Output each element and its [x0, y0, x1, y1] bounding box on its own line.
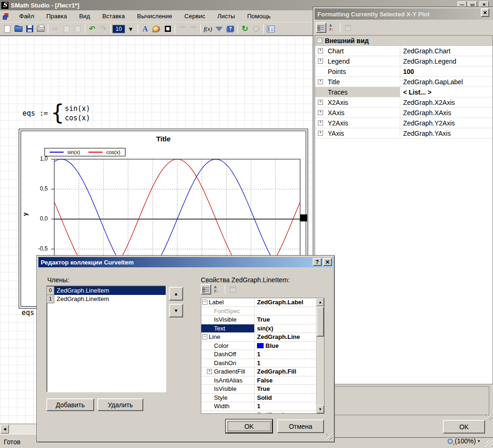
reference-book-button[interactable]: ? [225, 23, 236, 35]
alphabetical-sort-button[interactable] [327, 22, 338, 33]
property-value[interactable]: ZedGraph.X2Axis [400, 99, 493, 106]
grid-property-value[interactable]: 1 [255, 360, 316, 367]
paste-button[interactable] [72, 23, 83, 35]
grid-row-Width[interactable]: Width1 [201, 402, 316, 411]
property-row-Legend[interactable]: +LegendZedGraph.Legend [315, 56, 493, 66]
property-pages-button[interactable] [343, 22, 353, 33]
property-value[interactable]: 100 [400, 68, 493, 75]
member-item-0[interactable]: 0ZedGraph.LineItem [47, 286, 166, 295]
property-name[interactable]: Points [315, 66, 400, 76]
grid-property-value[interactable]: sin(x) [255, 325, 316, 332]
expand-icon[interactable]: + [318, 100, 323, 105]
scroll-up-arrow-icon[interactable]: ▲ [316, 298, 324, 306]
property-row-Title[interactable]: +TitleZedGraph.GapLabel [315, 77, 493, 87]
grid-property-name[interactable]: IsVisible [201, 316, 255, 324]
expand-icon[interactable]: + [318, 110, 323, 115]
expand-icon[interactable]: + [318, 120, 323, 125]
scrollbar-thumb[interactable] [316, 307, 324, 337]
grid-property-value[interactable]: ZedGraph.Fill [255, 368, 316, 375]
stop-button[interactable]: ✕ [250, 23, 262, 35]
expand-icon[interactable]: + [207, 369, 212, 374]
property-value[interactable]: ZedGraph.Legend [400, 58, 493, 65]
member-label[interactable]: ZedGraph.LineItem [54, 295, 166, 303]
property-row-Points[interactable]: Points100 [315, 66, 493, 77]
grid-property-name[interactable]: FontSpec [201, 307, 255, 316]
palette-button[interactable] [151, 23, 162, 35]
property-row-Traces[interactable]: Traces< List... > [315, 87, 493, 97]
grid-property-name[interactable]: DashOff [201, 350, 255, 359]
selection-resize-handle[interactable] [300, 214, 307, 221]
categorized-view-button[interactable] [316, 22, 326, 33]
property-row-YAxis[interactable]: +YAxisZedGraph.YAxis [315, 128, 493, 139]
grid-property-name[interactable]: Style [201, 394, 255, 402]
grid-property-name[interactable]: −Line [201, 333, 255, 341]
grid-row-FontSpec[interactable]: FontSpec [201, 307, 316, 316]
font-color-button[interactable]: A [140, 23, 151, 35]
scroll-left-arrow-icon[interactable]: ◀ [0, 425, 9, 433]
menu-item-Правка[interactable]: Правка [40, 11, 73, 22]
collapse-icon[interactable]: − [317, 38, 322, 43]
grid-property-name[interactable]: DashOn [201, 359, 255, 367]
grid-row-IsAntiAlias[interactable]: IsAntiAliasFalse [201, 376, 316, 385]
zoom-indicator[interactable]: (100%) ▾ [448, 437, 480, 445]
grid-property-name[interactable]: Width [201, 402, 255, 411]
font-size-input[interactable]: 10 [112, 25, 125, 33]
grid-row-Label[interactable]: −LabelZedGraph.Label [201, 298, 316, 307]
menu-item-Вычисление[interactable]: Вычисление [131, 11, 178, 22]
move-up-button[interactable]: ▲ [169, 287, 183, 301]
formatting-panel-titlebar[interactable]: Formatting Currently Selected X-Y Plot [315, 8, 493, 20]
alphabetical-sort-button[interactable] [212, 284, 222, 294]
grid-property-name[interactable]: Color [201, 342, 255, 350]
expand-icon[interactable]: − [202, 334, 207, 339]
grid-vertical-scrollbar[interactable]: ▲ ▼ [316, 298, 324, 413]
ok-button[interactable]: OK [226, 419, 272, 433]
copy-button[interactable] [61, 23, 72, 35]
grid-row-DashOff[interactable]: DashOff1 [201, 350, 316, 359]
window-resize-grip[interactable] [486, 440, 492, 447]
category-row[interactable]: − Внешний вид [315, 36, 493, 46]
expand-icon[interactable]: + [318, 79, 323, 84]
grid-property-value[interactable]: ZedGraph.Label [255, 299, 316, 306]
property-name[interactable]: Traces [315, 87, 400, 97]
formatting-ok-button[interactable]: OK [443, 420, 485, 433]
grid-property-value[interactable]: True [255, 316, 316, 323]
open-file-button[interactable] [13, 23, 24, 35]
align-vertical-button[interactable] [188, 23, 199, 35]
filter-button[interactable] [213, 23, 225, 35]
property-name[interactable]: +Chart [315, 46, 400, 56]
grid-property-name[interactable]: +GradientFill [201, 367, 255, 376]
property-row-XAxis[interactable]: +XAxisZedGraph.XAxis [315, 108, 493, 118]
grid-property-name[interactable]: −Label [201, 298, 255, 307]
grid-property-name[interactable]: IsAntiAlias [201, 376, 255, 385]
grid-row-Color[interactable]: ColorBlue [201, 342, 316, 351]
menu-item-Листы[interactable]: Листы [211, 11, 241, 22]
scroll-down-arrow-icon[interactable]: ▼ [316, 405, 324, 413]
new-document-button[interactable] [1, 23, 13, 35]
members-listbox[interactable]: 0ZedGraph.LineItem1ZedGraph.LineItem [46, 286, 166, 392]
panel-resize-grip[interactable] [486, 414, 492, 420]
dropdown-caret-button[interactable]: ▾ [125, 23, 136, 35]
expand-icon[interactable]: + [318, 59, 323, 64]
dialog-resize-grip[interactable] [326, 434, 332, 440]
menu-item-Помощь[interactable]: Помощь [241, 11, 277, 22]
property-value[interactable]: ZedGraph.GapLabel [400, 78, 493, 86]
dialog-titlebar[interactable]: Редактор коллекции CurveItem [38, 257, 333, 267]
member-label[interactable]: ZedGraph.LineItem [54, 286, 166, 295]
zoom-dropdown-caret-icon[interactable]: ▾ [478, 439, 480, 443]
property-value[interactable]: ZedGraph.XAxis [400, 109, 493, 117]
formatting-panel-close-icon[interactable]: ✕ [481, 8, 489, 17]
align-horizontal-button[interactable] [177, 23, 188, 35]
menu-item-Вставка[interactable]: Вставка [96, 11, 131, 22]
move-down-button[interactable]: ▼ [169, 304, 183, 317]
grid-property-value[interactable]: ZedGraph.Line [255, 333, 316, 340]
undo-button[interactable]: ↶ [87, 23, 98, 35]
property-value[interactable]: ZedGraph.YAxis [400, 130, 493, 137]
property-name[interactable]: +Title [315, 77, 400, 87]
grid-row-GradientFill[interactable]: +GradientFillZedGraph.Fill [201, 367, 316, 376]
grid-row-Line[interactable]: −LineZedGraph.Line [201, 333, 316, 342]
print-button[interactable] [35, 23, 46, 35]
grid-row-IsVisible[interactable]: IsVisibleTrue [201, 316, 316, 324]
grid-property-value[interactable]: True [255, 385, 316, 392]
cut-button[interactable]: ✂ [50, 23, 61, 35]
border-button[interactable] [162, 23, 173, 35]
